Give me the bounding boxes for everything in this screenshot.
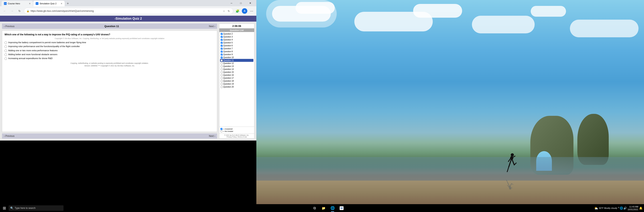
question-list-label: Question 12 [223,62,234,64]
question-checkbox[interactable] [221,51,223,53]
question-list-item[interactable]: Question 10 [220,56,254,59]
question-list-item[interactable]: Question 7 [220,47,254,50]
question-list-item[interactable]: Question 8 [220,50,254,53]
extensions-button[interactable]: 🧩 [234,8,241,14]
quiz-header: -Simulation Quiz 2 [0,16,256,22]
next-button-bottom[interactable]: Next › [209,135,215,137]
search-placeholder-text: Type here to search [15,207,36,209]
question-checkbox[interactable] [221,33,223,35]
radio-b[interactable] [4,45,7,48]
question-list-label: Question 14 [223,68,234,70]
radio-e[interactable] [4,57,7,60]
question-list-item[interactable]: Question 6 [220,44,254,47]
word-button[interactable]: W [337,204,346,212]
question-list-item[interactable]: Question 11 [220,59,254,62]
minimize-button[interactable]: ─ [227,0,236,6]
answer-option-c[interactable]: Adding one or two more extra performance… [4,49,214,52]
tab-simulation-quiz[interactable]: S Simulation Quiz 2 × [33,1,65,6]
cloud-7 [570,20,638,37]
question-list-item[interactable]: Question 14 [220,68,254,71]
edge-button[interactable]: 🌐 [328,204,337,212]
question-checkbox[interactable] [221,57,223,59]
question-checkbox[interactable] [221,39,223,41]
new-tab-button[interactable]: + [65,1,70,6]
question-checkbox[interactable] [221,74,223,76]
next-button-top[interactable]: Next › [209,25,215,28]
question-checkbox[interactable] [221,45,223,47]
tab-course-hero[interactable]: CH Course Hero × [2,1,33,6]
weather-widget[interactable]: ⛅ 60°F Mostly cloudy [594,206,617,210]
question-list-item[interactable]: Question 18 [220,80,254,82]
window-controls: ─ □ ✕ [227,0,255,6]
answer-text-a: Improving the battery compartment to per… [8,41,86,44]
volume-icon[interactable]: 🔊 [624,206,627,210]
question-checkbox[interactable] [221,86,223,88]
simulation-quiz-tab-close[interactable]: × [61,2,62,5]
question-checkbox[interactable] [221,68,223,70]
prev-button-top[interactable]: ‹ Previous [4,25,14,28]
forward-button[interactable]: → [9,8,15,14]
question-list-item[interactable]: Question 4 [220,38,254,41]
network-icon[interactable]: 🌐 [620,206,623,210]
answer-option-a[interactable]: Improving the battery compartment to per… [4,41,214,44]
question-list-item[interactable]: Question 13 [220,65,254,68]
question-checkbox[interactable] [221,54,223,56]
question-checkbox[interactable] [221,80,223,82]
question-list-item[interactable]: Question 15 [220,71,254,74]
prev-button-bottom[interactable]: ‹ Previous [4,135,14,137]
reload-button[interactable]: ↻ [16,8,23,14]
answer-option-d[interactable]: Adding better and more functional obstac… [4,53,214,56]
radio-d[interactable] [4,53,7,56]
question-list-item[interactable]: Question 5 [220,41,254,44]
star-icon[interactable]: ☆ [222,9,226,13]
question-checkbox[interactable] [221,60,223,61]
desktop-wallpaper [256,0,644,204]
question-list-item[interactable]: Question 17 [220,77,254,80]
course-hero-tab-close[interactable]: × [29,2,30,5]
notification-icons: ^ 🌐 🔊 [618,206,627,210]
question-list-item[interactable]: Question 16 [220,74,254,77]
question-checkbox[interactable] [221,62,223,64]
answer-option-e[interactable]: Increasing annual expenditures for drone… [4,57,214,60]
start-button[interactable]: ⊞ [0,204,8,212]
question-list-item[interactable]: Question 2 [220,32,254,35]
question-list-scroll[interactable]: Question 2Question 3Question 4Question 5… [219,32,254,127]
question-nav-top: ‹ Previous Question 11 Next › [2,24,217,29]
edge-icon: 🌐 [330,206,335,210]
taskbar-search[interactable]: 🔍 Type here to search [8,205,64,211]
question-list-label: Question 16 [223,74,234,76]
question-checkbox[interactable] [221,83,223,85]
question-list-item[interactable]: Question 19 [220,82,254,85]
question-checkbox[interactable] [221,48,223,50]
question-checkbox[interactable] [221,71,223,73]
back-button[interactable]: ← [2,8,8,14]
question-checkbox[interactable] [221,65,223,67]
browser-window: CH Course Hero × S Simulation Quiz 2 × +… [0,0,256,141]
question-list-label: Question 13 [223,65,234,67]
legend-answered-item: = Answered [220,128,253,130]
task-view-button[interactable]: ⧉ [310,204,319,212]
course-hero-tab-label: Course Hero [8,2,28,5]
settings-button[interactable]: ⋯ [248,8,255,14]
question-checkbox[interactable] [221,36,223,38]
answer-option-b[interactable]: Improving rotor performance and the func… [4,45,214,48]
svg-line-5 [507,167,509,172]
question-list-item[interactable]: Question 9 [220,53,254,56]
reload-page-icon[interactable]: ↻ [227,9,231,13]
question-checkbox[interactable] [221,42,223,44]
maximize-button[interactable]: □ [236,0,245,6]
notification-button[interactable]: 🔔 [639,206,642,210]
question-checkbox[interactable] [221,77,223,79]
question-list-item[interactable]: Question 12 [220,62,254,65]
close-button[interactable]: ✕ [246,0,255,6]
profile-button[interactable]: A [242,8,247,14]
radio-a[interactable] [4,41,7,44]
chevron-up-icon[interactable]: ^ [618,206,619,210]
question-list-item[interactable]: Question 20 [220,85,254,88]
radio-c[interactable] [4,50,7,52]
taskbar-clock[interactable]: 11:43 AM 10/31/2021 [628,205,638,211]
url-bar[interactable]: 🔒 https://www.glo-bus.com/users/quizx/#/… [24,8,233,14]
file-explorer-button[interactable]: 📁 [319,204,328,212]
question-list-item[interactable]: Question 3 [220,35,254,38]
title-bar: CH Course Hero × S Simulation Quiz 2 × +… [0,0,256,6]
